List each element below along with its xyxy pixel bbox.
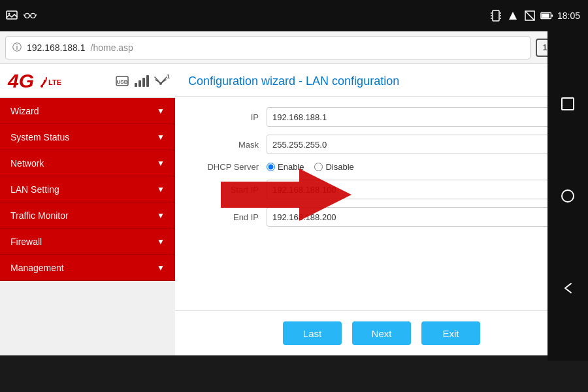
last-button[interactable]: Last bbox=[283, 321, 342, 345]
nav-arrow-system: ▼ bbox=[157, 133, 165, 142]
nav-arrow-network: ▼ bbox=[157, 159, 165, 168]
url-path: /home.asp bbox=[91, 42, 133, 53]
android-home-button[interactable] bbox=[555, 183, 581, 209]
nav-arrow-management: ▼ bbox=[157, 263, 165, 272]
svg-point-1 bbox=[8, 13, 10, 15]
mask-row: Mask bbox=[188, 135, 575, 154]
dhcp-disable-label[interactable]: Disable bbox=[314, 162, 353, 172]
glasses-icon bbox=[24, 9, 37, 22]
dhcp-label: DHCP Server bbox=[188, 162, 267, 172]
nav-arrow-firewall: ▼ bbox=[157, 237, 165, 246]
signal-icon bbox=[506, 9, 519, 22]
svg-line-16 bbox=[525, 11, 534, 20]
nav-item-lan-setting[interactable]: LAN Setting ▼ bbox=[0, 176, 175, 203]
svg-marker-14 bbox=[509, 12, 517, 20]
nav-item-system-status[interactable]: System Status ▼ bbox=[0, 124, 175, 150]
image-icon bbox=[5, 9, 18, 22]
router-logo: 4G LTE USB bbox=[0, 64, 175, 98]
nav-item-network[interactable]: Network ▼ bbox=[0, 150, 175, 176]
address-bar[interactable]: ⓘ 192.168.188.1/home.asp bbox=[5, 36, 531, 59]
svg-point-2 bbox=[25, 13, 29, 18]
ip-row: IP bbox=[188, 107, 575, 127]
dhcp-enable-text: Enable bbox=[278, 162, 304, 172]
logo-right: USB bbox=[115, 74, 167, 88]
logo-wifi-icon bbox=[35, 74, 48, 88]
svg-point-26 bbox=[159, 82, 162, 85]
router-sidebar: 4G LTE USB bbox=[0, 64, 175, 355]
svg-rect-19 bbox=[551, 14, 553, 17]
network-icon bbox=[523, 9, 536, 22]
status-bar-right: 18:05 bbox=[489, 9, 580, 22]
nav-menu: Wizard ▼ System Status ▼ Network ▼ LAN S… bbox=[0, 98, 175, 355]
router-content: Configuration wizard - LAN configuration… bbox=[175, 64, 588, 355]
exit-button[interactable]: Exit bbox=[421, 321, 480, 345]
mask-label: Mask bbox=[188, 140, 267, 150]
url-host: 192.168.188.1 bbox=[27, 42, 86, 53]
dhcp-enable-label[interactable]: Enable bbox=[267, 162, 304, 172]
dhcp-disable-radio[interactable] bbox=[314, 163, 323, 171]
battery-icon bbox=[540, 9, 553, 22]
ip-label: IP bbox=[188, 112, 267, 122]
status-time: 18:05 bbox=[557, 10, 580, 21]
status-bar-left bbox=[5, 9, 37, 22]
dhcp-row: DHCP Server Enable Disable bbox=[188, 162, 575, 172]
nav-item-wizard[interactable]: Wizard ▼ bbox=[0, 98, 175, 124]
svg-rect-7 bbox=[493, 10, 499, 21]
logo-4g: 4G bbox=[8, 71, 34, 91]
dhcp-disable-text: Disable bbox=[325, 162, 353, 172]
start-ip-label: Start IP bbox=[188, 185, 267, 195]
status-bar: 18:05 bbox=[0, 0, 588, 31]
end-ip-label: End IP bbox=[188, 212, 267, 222]
svg-text:USB: USB bbox=[117, 79, 128, 85]
nav-item-firewall[interactable]: Firewall ▼ bbox=[0, 229, 175, 255]
start-ip-row: Start IP bbox=[188, 180, 575, 199]
logo-lte: LTE bbox=[48, 78, 61, 86]
nav-arrow-wizard: ▼ bbox=[157, 106, 165, 116]
wifi-status-icon: 1 bbox=[154, 74, 167, 88]
android-back-button[interactable] bbox=[555, 275, 581, 301]
end-ip-row: End IP bbox=[188, 207, 575, 227]
start-ip-input[interactable] bbox=[267, 180, 575, 199]
nav-item-traffic-monitor[interactable]: Traffic Monitor ▼ bbox=[0, 203, 175, 229]
info-icon: ⓘ bbox=[12, 42, 22, 54]
nav-arrow-lan: ▼ bbox=[157, 185, 165, 194]
config-header: Configuration wizard - LAN configuration bbox=[175, 64, 588, 97]
android-nav-bar bbox=[547, 31, 588, 361]
svg-point-23 bbox=[41, 85, 43, 88]
ip-input[interactable] bbox=[267, 107, 575, 127]
wifi-count: 1 bbox=[167, 73, 170, 80]
config-form: IP Mask DHCP Server Enable bbox=[175, 97, 588, 310]
config-footer: Last Next Exit bbox=[175, 310, 588, 355]
svg-point-30 bbox=[562, 190, 574, 202]
svg-rect-18 bbox=[542, 14, 549, 18]
mask-input[interactable] bbox=[267, 135, 575, 154]
usb-icon: USB bbox=[115, 75, 129, 87]
signal-bars bbox=[135, 75, 149, 87]
main-content: 4G LTE USB bbox=[0, 64, 588, 355]
dhcp-radio-group: Enable Disable bbox=[267, 162, 354, 172]
nav-item-management[interactable]: Management ▼ bbox=[0, 255, 175, 281]
config-title: Configuration wizard - LAN configuration bbox=[188, 74, 399, 88]
vibrate-icon bbox=[489, 9, 502, 22]
nav-arrow-traffic: ▼ bbox=[157, 211, 165, 220]
next-button[interactable]: Next bbox=[352, 321, 411, 345]
svg-point-3 bbox=[31, 13, 35, 18]
end-ip-input[interactable] bbox=[267, 207, 575, 227]
browser-chrome: ⓘ 192.168.188.1/home.asp 1 bbox=[0, 31, 588, 64]
svg-rect-29 bbox=[562, 98, 574, 110]
dhcp-enable-radio[interactable] bbox=[267, 163, 275, 171]
android-square-button[interactable] bbox=[555, 91, 581, 117]
